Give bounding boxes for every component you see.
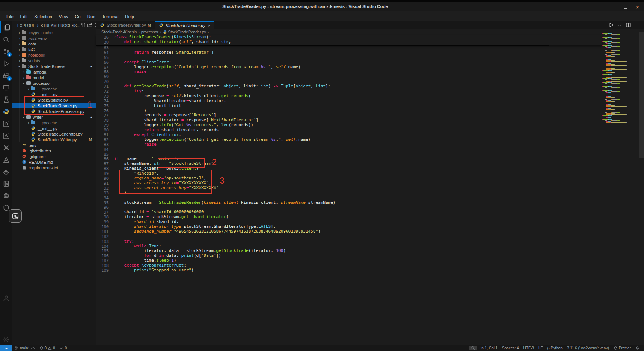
tree-item-stocktradeswriter-py[interactable]: StockTradesWriter.pyM [12,137,96,142]
chevron-icon: › [17,64,22,68]
tree-item--mypy-cache[interactable]: ›.mypy_cache [12,30,96,35]
status-indentation[interactable]: Spaces: 4 [500,346,521,350]
status-eol[interactable]: LF [536,346,545,350]
explorer-icon[interactable] [0,21,13,33]
tree-item-stock-trade-kinesis[interactable]: ›Stock-Trade-Kinesis● [12,63,96,69]
chevron-icon: › [17,30,21,35]
tree-item--pycache-[interactable]: ›__pycache__ [12,86,96,92]
tree-item--ws2-venv[interactable]: ›.ws2-venv [12,35,96,41]
line-number: 87 [96,161,114,166]
tree-item-model[interactable]: ›model [12,75,96,80]
breadcrumb-item[interactable]: ... [210,30,214,34]
picture-in-picture-button[interactable] [9,209,22,223]
dependencies-icon[interactable] [0,190,12,202]
code-area[interactable]: 6364 return response['ShardIterator']656… [96,45,602,345]
menu-view[interactable]: View [56,13,72,20]
run-icon[interactable] [608,22,614,29]
indent-guide [19,103,20,108]
menu-terminal[interactable]: Terminal [99,13,122,20]
new-file-icon[interactable] [80,22,86,29]
docker-icon[interactable] [0,166,12,178]
line-number: 93 [96,191,114,196]
tree-item-data[interactable]: ›data [12,41,96,47]
tab-label: StockTradesWriter.py [107,23,146,27]
remote-indicator[interactable]: >< [0,345,12,351]
breadcrumb-item[interactable]: StockTradeReader.py [163,30,206,34]
jupyter-icon[interactable] [0,142,12,154]
status-git-branch[interactable]: main* [12,346,37,350]
folder-icon [22,31,26,34]
status-screencast-zoom[interactable] [469,346,477,350]
testing-icon[interactable] [0,93,12,105]
notebooks-icon[interactable] [0,178,12,190]
pull-requests-icon[interactable] [0,118,12,130]
tree-item-label: scripts [28,59,40,63]
tree-item-processor[interactable]: ›processor [12,80,96,86]
run-debug-icon[interactable] [0,57,12,69]
tree-item-requirements-txt[interactable]: requirements.txt [12,165,96,170]
minimap[interactable] [602,33,638,345]
tree-item-notebook[interactable]: ›notebook [12,52,96,58]
menu-run[interactable]: Run [84,13,99,20]
tree-item-iac[interactable]: ›IaC [12,47,96,52]
breadcrumb-label: processor [141,30,158,34]
tree-item--init-py[interactable]: __init__.py [12,125,96,131]
activity-bar: 12 [0,21,12,345]
tab-stocktradeswriter-py[interactable]: StockTradesWriter.pyM [96,21,155,29]
status-language-mode[interactable]: {}Python [545,346,565,350]
status-notifications[interactable] [633,346,642,350]
tree-item-stocktradegenerator-py[interactable]: StockTradeGenerator.py [12,131,96,137]
code-text: return response['ShardIterator'] [114,50,602,55]
status-prettier[interactable]: Prettier [611,346,633,350]
account-icon[interactable] [0,292,12,304]
close-tab-icon[interactable]: × [208,23,210,28]
settings-icon[interactable] [0,333,12,345]
new-folder-icon[interactable] [87,22,93,29]
more-icon[interactable]: … [635,23,639,29]
pyfile-icon [31,126,36,131]
status-cursor-position[interactable]: Ln 1, Col 1 [477,346,500,350]
line-number: 70 [96,79,114,84]
status-encoding[interactable]: UTF-8 [521,346,536,350]
menu-help[interactable]: Help [122,13,137,20]
tree-item--gitattributes[interactable]: .gitattributes [12,148,96,154]
source-control-icon[interactable]: 1 [0,45,12,57]
split-editor-icon[interactable] [626,22,631,29]
chevron-down-icon[interactable] [618,23,622,29]
azure-icon[interactable] [0,154,12,166]
tree-item--env[interactable]: .env [12,142,96,148]
vertical-scrollbar[interactable] [639,32,644,158]
tree-item--pycache-[interactable]: ›__pycache__ [12,120,96,125]
tree-item-label: model [33,75,44,80]
tab-stocktradereader-py[interactable]: StockTradeReader.py× [155,21,214,29]
indent-guide [19,80,20,86]
restore-button[interactable] [621,3,630,11]
tree-item-readme-md[interactable]: iREADME.md [12,159,96,165]
code-text: def get_shard_iterator(self, shard_id: s… [114,40,602,45]
breadcrumb-item[interactable]: processor [141,30,158,34]
tree-item-scripts[interactable]: ›scripts [12,58,96,63]
menu-go[interactable]: Go [71,13,84,20]
menu-file[interactable]: File [3,13,17,20]
tree-item--gitignore[interactable]: .gitignore [12,154,96,159]
minimize-button[interactable] [609,3,618,11]
search-icon[interactable] [0,33,12,45]
remote-explorer-icon[interactable] [0,81,12,93]
status-right: Ln 1, Col 1Spaces: 4UTF-8LF{}Python3.11.… [469,346,642,350]
git-actions-icon[interactable] [0,130,12,142]
line-number: 66 [96,60,114,65]
breadcrumb-item[interactable]: Stock-Trade-Kinesis [101,30,137,34]
tree-item-label: notebook [28,53,45,57]
python-icon[interactable] [0,105,12,118]
status-problems[interactable]: 00 [37,346,57,350]
line-number: 80 [96,128,114,133]
tab-bar: StockTradesWriter.pyMStockTradeReader.py… [96,21,644,29]
menu-selection[interactable]: Selection [31,13,55,20]
extensions-icon[interactable]: 2 [0,69,12,81]
close-button[interactable]: × [633,3,642,11]
menu-edit[interactable]: Edit [17,13,31,20]
tree-item-lambda[interactable]: ›lambda [12,69,96,75]
status-ports[interactable]: 0 [57,346,69,350]
status-python-interpreter[interactable]: 3.11.6 ('.ws2-venv': venv) [565,346,611,350]
status-label: 3.11.6 ('.ws2-venv': venv) [567,346,609,350]
